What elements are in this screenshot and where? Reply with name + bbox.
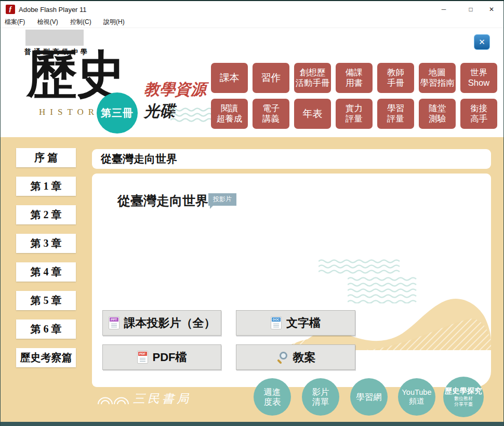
btn-textbook[interactable]: 課本 (211, 63, 248, 93)
publisher-logo-placeholder (25, 30, 84, 46)
btn-teacher-manual[interactable]: 教師 手冊 (377, 63, 414, 93)
publisher-logo: 三民書局 (97, 393, 191, 405)
content-title: 從臺灣走向世界 (117, 192, 208, 209)
pdf-file-icon: PDF (137, 351, 148, 364)
btn-lesson-prep-book[interactable]: 備課 用書 (336, 63, 373, 93)
btn-text-file[interactable]: DOC 文字檔 (236, 310, 355, 336)
flash-player-window: ƒ Adobe Flash Player 11 ─ □ ✕ 檔案(F) 檢視(V… (0, 0, 504, 426)
magnifier-icon (276, 351, 288, 364)
menu-view[interactable]: 檢視(V) (37, 17, 58, 28)
masthead: 普通型高級中學 歷史 HISTORY 第三冊 教學資源 光碟 ✕ 課本 習作 創… (1, 28, 503, 137)
app-close-button[interactable]: ✕ (474, 34, 490, 50)
sidebar-item-chapter-3[interactable]: 第 3 章 (16, 234, 76, 253)
product-title-line1: 教學資源 (144, 79, 206, 100)
menu-bar: 檔案(F) 檢視(V) 控制(C) 說明(H) (1, 17, 503, 28)
menu-file[interactable]: 檔案(F) (5, 17, 25, 28)
btn-learning-assessment[interactable]: 學習 評量 (377, 99, 414, 129)
sidebar-item-chapter-5[interactable]: 第 5 章 (16, 291, 76, 310)
slides-tag: 投影片 (208, 193, 236, 206)
minimize-button[interactable]: ─ (432, 2, 456, 17)
content-zone: 序 篇 第 1 章 第 2 章 第 3 章 第 4 章 第 5 章 第 6 章 … (1, 137, 503, 422)
btn-quiz[interactable]: 隨堂 測驗 (419, 99, 456, 129)
title-bar: ƒ Adobe Flash Player 11 ─ □ ✕ (1, 2, 503, 17)
close-window-button[interactable]: ✕ (480, 2, 503, 17)
btn-bridge-master[interactable]: 銜接 高手 (460, 99, 497, 129)
btn-map-study-guide[interactable]: 地圖 學習指南 (419, 63, 456, 93)
flash-player-icon: ƒ (6, 5, 15, 14)
content-panel: 從臺灣走向世界 投影片 (92, 174, 491, 387)
btn-reading-boost[interactable]: 閱讀 超養成 (211, 99, 248, 129)
ppt-file-icon: PPT (109, 316, 120, 329)
section-title: 從臺灣走向世界 (101, 152, 177, 166)
volume-badge: 第三冊 (97, 92, 138, 134)
button-label: 課本投影片（全） (124, 315, 216, 331)
rainbow-arches-icon (97, 394, 129, 405)
resource-buttons-row1: 課本 習作 創想歷 活動手冊 備課 用書 教師 手冊 地圖 學習指南 世界 Sh… (211, 63, 498, 93)
btn-activity-handbook[interactable]: 創想歷 活動手冊 (294, 63, 331, 93)
btn-workbook[interactable]: 習作 (253, 63, 289, 93)
sidebar-item-intro[interactable]: 序 篇 (16, 148, 76, 167)
section-title-bar: 從臺灣走向世界 (92, 149, 491, 169)
circle-history-inquiry[interactable]: 歷史學探究 數位教材 分享平臺 (443, 377, 484, 417)
btn-timeline[interactable]: 年表 (294, 99, 331, 129)
circle-video-list[interactable]: 影片 清單 (302, 378, 339, 416)
btn-textbook-slides-all[interactable]: PPT 課本投影片（全） (102, 310, 221, 336)
window-bottom-edge (1, 422, 503, 426)
doc-file-icon: DOC (271, 316, 282, 329)
sidebar-item-field-study[interactable]: 歷史考察篇 (16, 348, 76, 367)
circle-learning-web[interactable]: 學習網 (350, 378, 388, 416)
button-label: 教案 (293, 350, 316, 365)
history-logo: 歷史 (26, 49, 125, 100)
circle-main-label: 歷史學探究 (445, 387, 483, 395)
sidebar-item-chapter-6[interactable]: 第 6 章 (16, 320, 76, 339)
circle-weekly-schedule[interactable]: 週進 度表 (254, 378, 291, 416)
sidebar-item-chapter-1[interactable]: 第 1 章 (16, 177, 76, 196)
window-title: Adobe Flash Player 11 (19, 6, 87, 14)
btn-world-show[interactable]: 世界 Show (460, 63, 497, 93)
sidebar-item-chapter-2[interactable]: 第 2 章 (16, 205, 76, 224)
circle-sub-label: 數位教材 分享平臺 (454, 396, 473, 408)
btn-pdf-file[interactable]: PDF PDF檔 (102, 344, 221, 370)
menu-control[interactable]: 控制(C) (70, 17, 91, 28)
btn-e-lecture-notes[interactable]: 電子 講義 (253, 99, 289, 129)
button-label: 文字檔 (286, 315, 321, 331)
resource-buttons-row2: 閱讀 超養成 電子 講義 年表 實力 評量 學習 評量 隨堂 測驗 銜接 高手 (211, 99, 498, 129)
btn-proficiency-assessment[interactable]: 實力 評量 (336, 99, 373, 129)
circle-youtube-channel[interactable]: YouTube 頻道 (398, 378, 435, 416)
sidebar-item-chapter-4[interactable]: 第 4 章 (16, 262, 76, 282)
publisher-name: 三民書局 (133, 393, 191, 405)
button-label: PDF檔 (153, 350, 187, 365)
wave-decoration-icon (319, 259, 402, 276)
btn-lesson-plan[interactable]: 教案 (236, 344, 355, 370)
menu-help[interactable]: 說明(H) (103, 17, 125, 28)
